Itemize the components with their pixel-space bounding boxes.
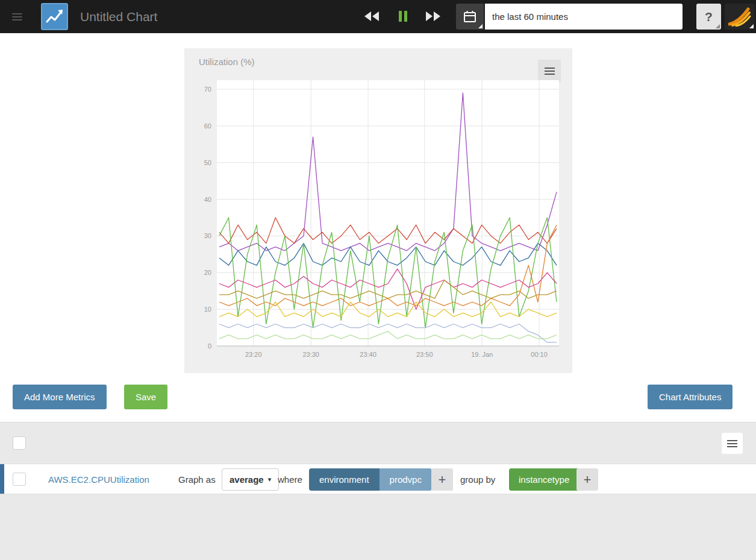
svg-text:23:20: 23:20 [245, 351, 262, 358]
tag-value: prodvpc [380, 468, 432, 491]
graph-as-label: Graph as [178, 464, 216, 495]
panel-menu-icon [722, 440, 743, 447]
chart-line-icon [46, 8, 64, 25]
page-title: Untitled Chart [80, 0, 157, 33]
rewind-button[interactable] [359, 7, 384, 26]
hamburger-icon [8, 13, 25, 20]
solarwinds-logo-icon [728, 7, 751, 27]
aggregation-dropdown[interactable]: average ▾ [222, 468, 279, 491]
svg-text:40: 40 [204, 196, 211, 203]
chart-card: Utilization (%) 23:2023:3023:4023:5019. … [184, 48, 572, 373]
add-group-by-button[interactable]: + [576, 468, 598, 491]
metric-row-accent [0, 464, 4, 494]
add-more-metrics-button[interactable]: Add More Metrics [13, 385, 107, 409]
tag-key: environment [309, 468, 380, 491]
solarwinds-logo-button[interactable] [725, 4, 755, 30]
svg-text:23:50: 23:50 [416, 351, 433, 358]
add-tag-button[interactable]: + [431, 468, 453, 491]
hamburger-menu-button[interactable] [8, 10, 25, 24]
chart-canvas: 23:2023:3023:4023:5019. Jan00:1001020304… [184, 48, 572, 373]
group-by-label: group by [460, 464, 495, 495]
pause-icon [398, 10, 408, 22]
pause-button[interactable] [390, 7, 416, 26]
svg-text:30: 30 [204, 232, 211, 239]
chart-attributes-button[interactable]: Chart Attributes [648, 385, 733, 409]
app-logo[interactable] [41, 3, 68, 30]
metrics-panel: AWS.EC2.CPUUtilization Graph as average … [0, 422, 756, 560]
time-range-input[interactable] [485, 4, 683, 30]
svg-text:20: 20 [204, 269, 211, 276]
where-label: where [278, 464, 302, 495]
metric-checkbox[interactable] [13, 473, 26, 486]
calendar-icon [463, 10, 476, 23]
panel-menu-button[interactable] [722, 433, 743, 454]
svg-text:50: 50 [204, 159, 211, 166]
caret-down-icon: ▾ [268, 476, 272, 483]
save-button[interactable]: Save [124, 385, 167, 409]
metric-row: AWS.EC2.CPUUtilization Graph as average … [0, 464, 756, 494]
select-all-checkbox[interactable] [13, 436, 26, 450]
svg-text:0: 0 [208, 342, 211, 350]
rewind-icon [364, 11, 380, 22]
calendar-button[interactable] [456, 4, 484, 30]
svg-text:70: 70 [204, 86, 211, 93]
help-button[interactable]: ? [696, 4, 721, 30]
aggregation-value: average [230, 474, 264, 485]
fast-forward-icon [425, 11, 441, 22]
svg-text:23:30: 23:30 [302, 351, 319, 358]
svg-text:23:40: 23:40 [360, 351, 376, 358]
metric-name-link[interactable]: AWS.EC2.CPUUtilization [48, 464, 149, 495]
svg-text:60: 60 [204, 122, 211, 130]
top-bar: Untitled Chart ? [0, 0, 756, 33]
svg-text:19. Jan: 19. Jan [471, 351, 493, 358]
fast-forward-button[interactable] [420, 7, 446, 26]
tag-filter[interactable]: environment prodvpc [309, 468, 432, 491]
svg-text:00:10: 00:10 [531, 351, 548, 358]
svg-text:10: 10 [204, 306, 211, 313]
group-by-tag[interactable]: instancetype [509, 468, 579, 491]
